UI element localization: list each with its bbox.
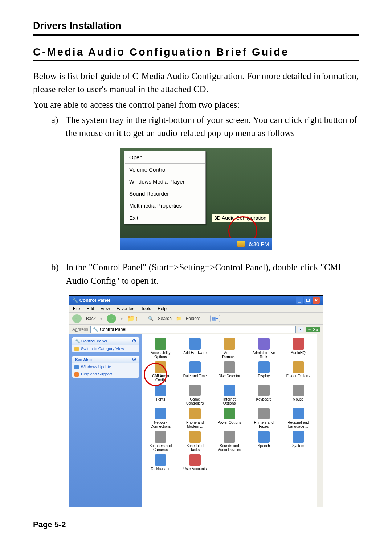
menu-exit[interactable]: Exit <box>124 212 205 224</box>
menu-edit[interactable]: Edit <box>86 306 94 311</box>
address-field[interactable]: 🔧 Control Panel <box>90 326 296 333</box>
cp-icon[interactable]: Scanners and Cameras <box>144 431 177 452</box>
cp-icon[interactable]: Add Hardware <box>179 338 212 359</box>
sidebar-box2-header[interactable]: See Also ⦿ <box>72 356 139 363</box>
cp-icon[interactable]: User Accounts <box>179 454 212 475</box>
minimize-button[interactable]: _ <box>296 297 303 304</box>
cp-icon[interactable]: Game Controllers <box>179 385 212 406</box>
cp-icon-glyph <box>224 338 235 350</box>
cp-icon-glyph <box>258 385 270 396</box>
address-dropdown[interactable]: ▾ <box>298 327 303 332</box>
menu-help[interactable]: Help <box>158 306 167 311</box>
cp-icon[interactable]: CMI Audio Config <box>144 361 177 382</box>
back-button[interactable]: ← <box>72 314 82 323</box>
cp-icon[interactable]: Power Options <box>213 408 246 429</box>
views-button[interactable]: ▦▾ <box>210 315 220 322</box>
cp-icon-label: AudioHQ <box>282 351 315 359</box>
cp-icon-glyph <box>224 361 235 373</box>
address-value: Control Panel <box>100 327 126 332</box>
cp-icon[interactable]: Display <box>247 361 280 382</box>
cp-icon-label: Printers and Faxes <box>247 420 280 429</box>
cp-icon[interactable]: Sounds and Audio Devices <box>213 431 246 452</box>
go-button[interactable]: → Go <box>306 327 320 332</box>
rule <box>33 34 359 36</box>
sidebar: 🔧 Control Panel ⦿ Switch to Category Vie… <box>69 334 142 507</box>
cp-icon-label: CMI Audio Config <box>144 374 177 382</box>
cp-icon[interactable]: Mouse <box>282 385 315 406</box>
menu-multimedia-props[interactable]: Multimedia Properties <box>124 200 205 212</box>
close-button[interactable]: ✕ <box>313 297 320 304</box>
cp-icon-label: Disc Detector <box>213 374 246 382</box>
menu-sound-recorder[interactable]: Sound Recorder <box>124 188 205 200</box>
forward-button[interactable]: → <box>107 314 116 323</box>
cp-icon[interactable]: Regional and Language ... <box>282 408 315 429</box>
menubar: FFileile Edit View Favorites Tools Help <box>69 305 323 313</box>
windows-update-link[interactable]: Windows Update <box>72 363 139 370</box>
scrollbar[interactable] <box>317 334 323 507</box>
cp-icon-label: Accessibility Options <box>144 351 177 359</box>
cp-icon[interactable]: Speech <box>247 431 280 452</box>
cp-icon[interactable]: Date and Time <box>179 361 212 382</box>
marker-a: a) <box>51 114 58 127</box>
cp-icon-label: Taskbar and <box>144 467 177 475</box>
cp-icon[interactable]: Fonts <box>144 385 177 406</box>
menu-favorites[interactable]: Favorites <box>117 306 134 311</box>
cp-icon-glyph <box>224 385 235 396</box>
cp-icon-glyph <box>155 338 166 350</box>
cp-icon-glyph <box>258 361 270 373</box>
cp-icon[interactable]: Accessibility Options <box>144 338 177 359</box>
cp-icon[interactable]: Keyboard <box>247 385 280 406</box>
menu-open[interactable]: Open <box>124 151 205 163</box>
cp-icon[interactable]: Disc Detector <box>213 361 246 382</box>
collapse-icon[interactable]: ⦿ <box>132 357 136 362</box>
section-title: Drivers Installation <box>33 20 359 32</box>
cp-icon-label: Add Hardware <box>179 351 212 359</box>
cp-icon-glyph <box>189 385 201 396</box>
cp-icon[interactable]: Network Connections <box>144 408 177 429</box>
menu-tools[interactable]: Tools <box>141 306 151 311</box>
menu-view[interactable]: View <box>101 306 110 311</box>
maximize-button[interactable]: ☐ <box>304 297 311 304</box>
menu-volume-control[interactable]: Volume Control <box>124 164 205 176</box>
cp-icon[interactable]: System <box>282 431 315 452</box>
cp-icon-glyph <box>224 408 235 419</box>
taskbar: 6:30 PM <box>120 238 272 250</box>
cp-icon[interactable]: Scheduled Tasks <box>179 431 212 452</box>
tray-icon[interactable] <box>237 241 245 247</box>
cp-icon-label: Scanners and Cameras <box>144 444 177 452</box>
cp-icon-glyph <box>155 431 166 443</box>
cp-icon-glyph <box>224 431 235 443</box>
page-number: Page 5-2 <box>33 520 66 529</box>
address-bar: Address 🔧 Control Panel ▾ → Go <box>69 325 323 334</box>
cp-icon[interactable]: Add or Remov... <box>213 338 246 359</box>
cp-icon[interactable]: Internet Options <box>213 385 246 406</box>
item-b-text: In the "Control Panel" (Start=>Setting=>… <box>66 262 341 285</box>
cp-icon-glyph <box>293 431 304 443</box>
switch-category-view[interactable]: Switch to Category View <box>72 345 139 352</box>
cp-icon-glyph <box>155 408 166 419</box>
cp-icon[interactable]: Administrative Tools <box>247 338 280 359</box>
cp-icon-label: Speech <box>247 444 280 452</box>
intro-para-1: Below is list brief guide of C-Media Aud… <box>33 70 359 96</box>
sidebar-box1-header[interactable]: 🔧 Control Panel ⦿ <box>72 337 139 345</box>
menu-wmp[interactable]: Windows Media Player <box>124 176 205 188</box>
help-support-link[interactable]: Help and Support <box>72 370 139 378</box>
cp-icon[interactable]: Phone and Modem ... <box>179 408 212 429</box>
cp-icon-glyph <box>189 338 201 350</box>
cp-icon[interactable]: Taskbar and <box>144 454 177 475</box>
cp-icon-label: Mouse <box>282 397 315 405</box>
item-a-text: The system tray in the right-bottom of y… <box>66 115 357 138</box>
cp-icon-label: Internet Options <box>213 397 246 406</box>
cp-icon[interactable]: AudioHQ <box>282 338 315 359</box>
search-icon[interactable]: 🔍 <box>148 316 154 321</box>
up-button[interactable]: 📁↑ <box>127 315 138 323</box>
cp-icon-glyph <box>189 454 201 466</box>
marker-b: b) <box>51 261 59 274</box>
search-label: Search <box>158 316 172 321</box>
folders-icon[interactable]: 📁 <box>176 316 181 321</box>
cp-icon[interactable]: Folder Options <box>282 361 315 382</box>
menu-file[interactable]: FFileile <box>73 306 80 311</box>
cp-icon-glyph <box>189 408 201 419</box>
collapse-icon[interactable]: ⦿ <box>132 339 136 343</box>
cp-icon[interactable]: Printers and Faxes <box>247 408 280 429</box>
